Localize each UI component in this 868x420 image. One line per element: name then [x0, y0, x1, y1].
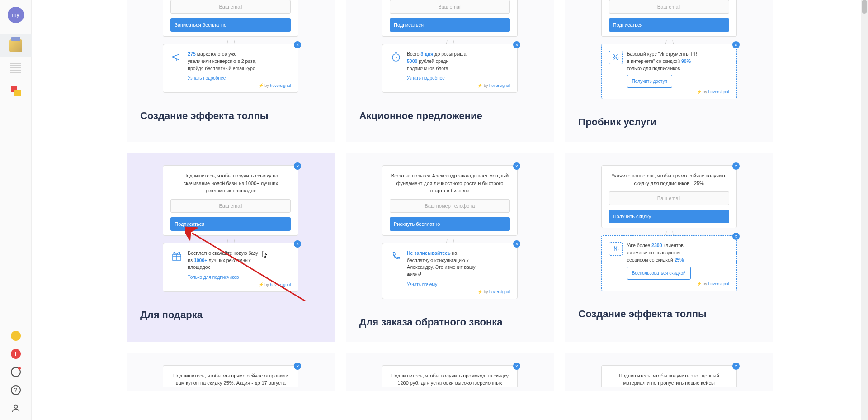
- popup-preview-top: Ваш email Записаться бесплатно: [163, 0, 298, 37]
- close-icon: ×: [732, 363, 740, 370]
- card-title: Для подарка: [140, 309, 335, 321]
- popup-text: Бесплатно скачайте новую базу из 1000+ л…: [188, 250, 291, 281]
- popup-text: Всего 3 дня до розыгрыша 5000 рублей сре…: [407, 51, 510, 81]
- stopwatch-icon: [390, 51, 402, 63]
- link: Узнать почему: [407, 281, 510, 288]
- template-card[interactable]: Ваш email Подписаться × % Базовый курс "…: [565, 0, 773, 142]
- svg-point-0: [14, 405, 17, 408]
- template-card-selected[interactable]: × Подпишитесь, чтобы получить ссылку на …: [127, 153, 335, 342]
- popup-text: Подпишитесь, чтобы мы прямо сейчас отпра…: [170, 372, 291, 387]
- phone-icon: [390, 250, 402, 262]
- popup-preview-top: × Укажите ваш email, чтобы прямо сейчас …: [601, 165, 737, 228]
- popup-preview-top: × Всего за полчаса Александр закладывает…: [382, 165, 518, 236]
- popup-text: Уже более 2300 клиентов ежемесячно польз…: [627, 242, 729, 279]
- email-input: Ваш email: [609, 0, 729, 14]
- credit: ⚡ by hoversignal: [390, 83, 510, 88]
- submit-button: Рискнуть бесплатно: [390, 217, 510, 231]
- card-title: Создание эффекта толпы: [578, 308, 773, 320]
- credit: ⚡ by hoversignal: [390, 290, 510, 294]
- popup-preview-bottom: × % Уже более 2300 клиентов ежемесячно п…: [601, 235, 737, 291]
- link: Узнать подробнее: [407, 75, 510, 81]
- card-title: Для заказа обратного звонка: [359, 316, 554, 328]
- percent-icon: %: [609, 242, 623, 256]
- close-icon: ×: [513, 41, 520, 48]
- gift-icon: [170, 250, 183, 262]
- box-icon: [9, 39, 22, 52]
- content-area: Ваш email Записаться бесплатно × 275 мар…: [32, 0, 868, 420]
- template-card[interactable]: × Подпишитесь, чтобы мы прямо сейчас отп…: [127, 353, 335, 391]
- popup-preview-bottom: × 275 маркетологов уже увеличили конверс…: [163, 44, 298, 93]
- document-icon: [10, 63, 21, 74]
- template-card[interactable]: × Укажите ваш email, чтобы прямо сейчас …: [565, 153, 773, 342]
- yellow-dot-icon[interactable]: [11, 331, 21, 341]
- close-icon: ×: [294, 41, 301, 48]
- close-icon: ×: [294, 162, 301, 170]
- close-icon: ×: [732, 233, 740, 240]
- popup-preview-top: Ваш email Подписаться: [382, 0, 518, 37]
- scrollbar-track: [861, 0, 868, 420]
- nav-docs[interactable]: [0, 57, 32, 80]
- submit-button: Подписаться: [609, 18, 729, 32]
- phone-input: Ваш номер телефона: [390, 199, 510, 213]
- template-card[interactable]: × Подпишитесь, чтобы получить промокод н…: [346, 353, 554, 391]
- nav-colors[interactable]: [0, 80, 32, 102]
- submit-button: Записаться бесплатно: [170, 18, 291, 32]
- popup-preview-bottom: × Всего 3 дня до розыгрыша 5000 рублей с…: [382, 44, 518, 93]
- card-title: Пробник услуги: [578, 116, 773, 128]
- template-card[interactable]: Ваш email Записаться бесплатно × 275 мар…: [127, 0, 335, 142]
- email-input: Ваш email: [170, 0, 291, 14]
- popup-preview-bottom: × % Базовый курс "Инструменты PR в интер…: [601, 44, 737, 99]
- popup-text: Подпишитесь, чтобы получить ссылку на ск…: [170, 172, 291, 195]
- close-icon: ×: [732, 41, 740, 48]
- email-input: Ваш email: [170, 199, 291, 213]
- popup-preview-bottom: × Бесплатно скачайте новую базу из 1000+…: [163, 243, 298, 292]
- close-icon: ×: [294, 363, 301, 370]
- popup-text: 275 маркетологов уже увеличили конверсию…: [188, 51, 291, 81]
- credit: ⚡ by hoversignal: [170, 83, 291, 88]
- template-card[interactable]: × Всего за полчаса Александр закладывает…: [346, 153, 554, 342]
- template-card[interactable]: Ваш email Подписаться × Всего 3 дня до р…: [346, 0, 554, 142]
- link: Только для подписчиков: [188, 274, 291, 281]
- submit-button: Подписаться: [390, 18, 510, 32]
- card-title: Создание эффекта толпы: [140, 110, 335, 122]
- link: Узнать подробнее: [188, 75, 291, 81]
- percent-icon: %: [609, 51, 623, 64]
- submit-button: Получить скидку: [609, 210, 729, 223]
- popup-text: Базовый курс "Инструменты PR в интернете…: [627, 51, 729, 88]
- template-card[interactable]: × Подпишитесь, чтобы получить этот ценны…: [565, 353, 773, 391]
- credit: ⚡ by hoversignal: [609, 282, 729, 286]
- close-icon: ×: [513, 240, 520, 248]
- popup-text: Укажите ваш email, чтобы прямо сейчас по…: [609, 172, 729, 187]
- submit-button: Подписаться: [170, 217, 291, 231]
- avatar[interactable]: my: [8, 7, 24, 23]
- scrollbar-thumb[interactable]: [862, 0, 867, 14]
- nav-templates[interactable]: [0, 34, 32, 57]
- popup-preview-bottom: × Не записывайтесь на бесплатную консуль…: [382, 243, 518, 299]
- popup-preview-top: × Подпишитесь, чтобы получить этот ценны…: [601, 365, 737, 387]
- user-icon[interactable]: [11, 403, 21, 413]
- credit: ⚡ by hoversignal: [170, 282, 291, 287]
- credit: ⚡ by hoversignal: [609, 90, 729, 94]
- alert-icon[interactable]: !: [11, 349, 21, 359]
- popup-text: Подпишитесь, чтобы получить промокод на …: [390, 372, 510, 387]
- close-icon: ×: [513, 162, 520, 170]
- close-icon: ×: [732, 162, 740, 170]
- close-icon: ×: [294, 240, 301, 248]
- popup-text: Не записывайтесь на бесплатную консульта…: [407, 250, 510, 288]
- popup-preview-top: × Подпишитесь, чтобы мы прямо сейчас отп…: [163, 365, 298, 387]
- popup-text: Всего за полчаса Александр закладывает м…: [390, 172, 510, 195]
- help-icon[interactable]: ?: [11, 385, 21, 395]
- popup-preview-top: Ваш email Подписаться: [601, 0, 737, 37]
- outline-button: Воспользоваться скидкой: [627, 267, 691, 280]
- close-icon: ×: [513, 363, 520, 370]
- email-input: Ваш email: [390, 0, 510, 14]
- sidebar: my ! ?: [0, 0, 32, 420]
- bottom-nav: ! ?: [11, 331, 21, 413]
- card-title: Акционное предложение: [359, 110, 554, 122]
- email-input: Ваш email: [609, 191, 729, 205]
- outline-button: Получить доступ: [627, 75, 672, 88]
- chat-icon[interactable]: [11, 367, 21, 377]
- popup-preview-top: × Подпишитесь, чтобы получить ссылку на …: [163, 165, 298, 236]
- popup-text: Подпишитесь, чтобы получить этот ценный …: [609, 372, 729, 387]
- megaphone-icon: [170, 51, 183, 63]
